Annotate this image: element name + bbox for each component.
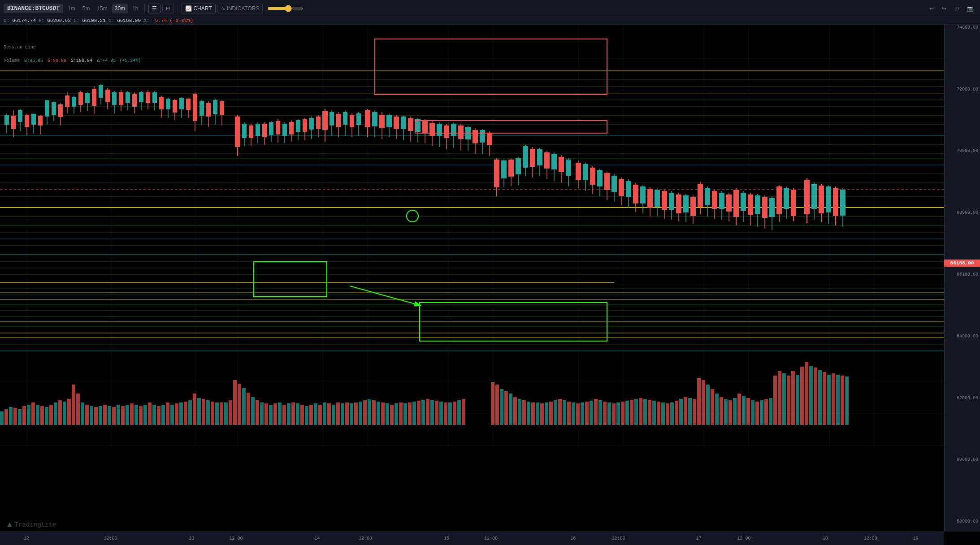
indicators-button[interactable]: ∿ INDICATORS: [217, 4, 263, 13]
svg-rect-364: [251, 397, 255, 425]
svg-rect-419: [522, 400, 526, 425]
svg-rect-333: [112, 407, 116, 425]
timeframe-5m[interactable]: 5m: [80, 4, 93, 13]
svg-rect-149: [269, 122, 273, 135]
svg-rect-336: [126, 405, 129, 425]
svg-rect-470: [751, 400, 755, 425]
svg-rect-467: [737, 394, 741, 425]
svg-rect-245: [611, 176, 617, 192]
svg-rect-376: [305, 406, 308, 425]
svg-rect-163: [316, 117, 321, 129]
svg-rect-117: [152, 92, 157, 103]
svg-rect-351: [193, 394, 196, 425]
svg-rect-195: [429, 123, 435, 136]
svg-rect-318: [45, 407, 48, 425]
svg-rect-320: [54, 402, 57, 425]
watermark-label: TradingLite: [15, 521, 56, 528]
svg-rect-461: [711, 389, 714, 425]
redo-button[interactable]: ↪: [939, 4, 949, 13]
svg-rect-377: [309, 405, 313, 425]
svg-rect-103: [105, 90, 110, 102]
symbol-label: BTCUSDT: [35, 5, 60, 12]
svg-rect-372: [287, 403, 291, 425]
svg-rect-181: [379, 115, 385, 128]
svg-rect-312: [18, 409, 22, 425]
chart-canvas[interactable]: [0, 26, 944, 532]
svg-rect-360: [233, 380, 237, 425]
close-value: 66168.00: [117, 18, 141, 23]
svg-rect-157: [296, 120, 300, 132]
svg-rect-325: [76, 394, 80, 425]
svg-rect-451: [666, 403, 669, 425]
svg-rect-387: [354, 402, 358, 425]
timeframe-15m[interactable]: 15m: [94, 4, 110, 13]
svg-rect-337: [130, 403, 134, 425]
svg-rect-119: [159, 97, 164, 109]
svg-rect-458: [697, 378, 701, 425]
svg-rect-412: [491, 382, 494, 425]
svg-rect-359: [229, 400, 232, 425]
delta-pct: (-0.01%): [169, 18, 193, 23]
svg-rect-468: [742, 396, 746, 425]
time-18: 18: [823, 536, 828, 541]
svg-rect-415: [504, 391, 508, 425]
svg-rect-143: [249, 125, 253, 138]
svg-rect-391: [372, 400, 376, 425]
svg-rect-350: [188, 400, 192, 425]
timeframe-1h[interactable]: 1h: [130, 4, 141, 13]
svg-rect-439: [612, 403, 616, 425]
chart-type-bar[interactable]: ⊟: [162, 4, 174, 13]
price-74000: 74000.00: [957, 25, 978, 30]
svg-rect-267: [690, 197, 696, 216]
time-19: 19: [913, 536, 919, 541]
svg-rect-429: [567, 402, 571, 425]
svg-rect-445: [639, 398, 642, 425]
svg-rect-332: [108, 406, 111, 425]
svg-rect-283: [748, 195, 753, 215]
svg-rect-366: [260, 402, 264, 425]
symbol-badge[interactable]: BINANCE:BTCUSDT: [4, 4, 63, 13]
svg-rect-427: [558, 399, 562, 425]
svg-rect-446: [643, 399, 647, 425]
svg-rect-424: [545, 402, 548, 425]
timeframe-30m[interactable]: 30m: [112, 4, 128, 13]
svg-rect-418: [518, 399, 521, 425]
svg-rect-324: [72, 385, 75, 425]
chart-area: O: 66174.74 H: 66269.92 L: 66108.21 C: 6…: [0, 17, 980, 545]
svg-rect-75: [11, 116, 16, 129]
svg-rect-213: [494, 160, 499, 187]
svg-rect-89: [58, 104, 63, 117]
svg-rect-303: [826, 186, 831, 212]
svg-rect-107: [119, 92, 123, 105]
svg-rect-129: [193, 94, 197, 121]
svg-rect-97: [85, 93, 90, 103]
undo-button[interactable]: ↩: [927, 4, 937, 13]
svg-rect-417: [513, 397, 517, 425]
svg-rect-400: [412, 402, 416, 425]
zoom-slider[interactable]: [267, 5, 303, 12]
chart-type-candle[interactable]: ☰: [148, 4, 160, 13]
screenshot-button[interactable]: 📷: [964, 4, 976, 13]
svg-rect-348: [179, 402, 183, 425]
svg-rect-139: [235, 117, 240, 147]
expand-button[interactable]: ⊡: [952, 4, 962, 13]
svg-rect-361: [238, 384, 241, 425]
svg-rect-463: [720, 397, 723, 425]
svg-rect-259: [662, 191, 667, 210]
svg-rect-375: [300, 405, 304, 425]
svg-rect-369: [273, 403, 277, 425]
svg-rect-301: [819, 186, 824, 213]
price-62000: 62000.00: [957, 395, 978, 400]
svg-rect-95: [78, 92, 83, 105]
svg-rect-229: [551, 154, 557, 169]
svg-rect-371: [282, 405, 286, 425]
timeframe-1m[interactable]: 1m: [65, 4, 78, 13]
chart-button[interactable]: 📈 CHART: [182, 4, 215, 13]
svg-rect-395: [390, 405, 394, 425]
svg-rect-368: [269, 405, 273, 425]
svg-rect-385: [345, 402, 349, 425]
svg-rect-273: [712, 191, 717, 209]
svg-rect-384: [341, 403, 344, 425]
svg-rect-489: [836, 375, 840, 425]
separator-2: [178, 4, 178, 13]
